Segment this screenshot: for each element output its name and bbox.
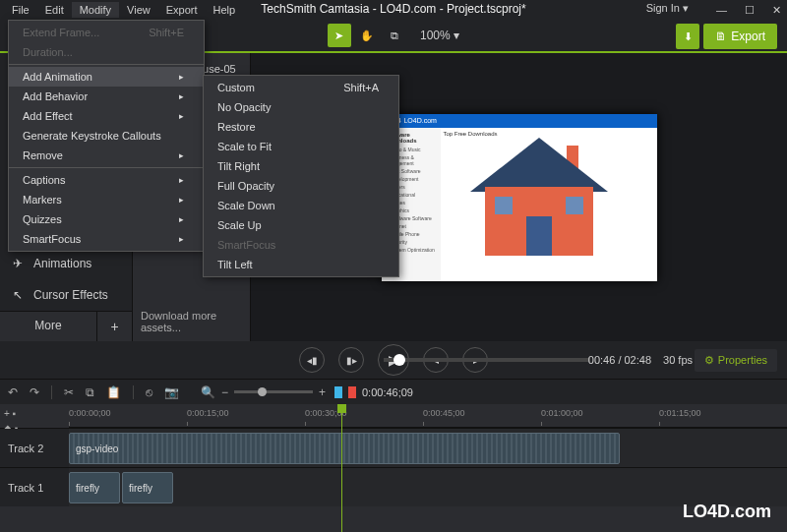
- sidebar-item-cursor-effects[interactable]: ↖ Cursor Effects: [0, 279, 132, 311]
- undo-icon[interactable]: ↶: [8, 385, 18, 399]
- timeline-toolbar: ↶ ↷ ✂ ⧉ 📋 ⎋ 📷 🔍 − + 0:00:46;09: [0, 379, 787, 404]
- track-add-icon[interactable]: + ▪: [4, 408, 65, 419]
- time-display: 00:46 / 02:48: [588, 354, 651, 366]
- scrub-knob[interactable]: [394, 354, 405, 366]
- menu-item[interactable]: Generate Keystroke Callouts: [9, 126, 204, 146]
- submenu-item[interactable]: Tilt Right: [204, 156, 398, 176]
- timecode-display: 0:00:46;09: [362, 386, 413, 398]
- clip-firefly-1[interactable]: firefly: [69, 472, 120, 503]
- menu-item: Extend Frame...Shift+E: [9, 23, 204, 42]
- sidebar-label: Cursor Effects: [33, 288, 108, 302]
- prev-clip-button[interactable]: ◂▮: [299, 347, 325, 373]
- track-1-content[interactable]: firefly firefly: [69, 468, 787, 506]
- add-animation-submenu: CustomShift+ANo OpacityRestoreScale to F…: [203, 75, 399, 277]
- menu-item[interactable]: SmartFocus▸: [9, 229, 204, 249]
- select-tool-icon[interactable]: ➤: [328, 24, 351, 47]
- pan-tool-icon[interactable]: ✋: [355, 24, 379, 47]
- zoom-knob[interactable]: [258, 387, 267, 396]
- menu-item[interactable]: Add Animation▸: [9, 67, 204, 87]
- zoom-slider[interactable]: [234, 390, 313, 393]
- transport-bar: ◂▮ ▮▸ ▶ ◂ ▸ 00:46 / 02:48 30 fps ⚙ Prope…: [0, 341, 787, 379]
- submenu-item[interactable]: Tilt Left: [204, 255, 398, 274]
- zoom-in-icon[interactable]: +: [319, 385, 326, 399]
- copy-icon[interactable]: ⧉: [86, 385, 94, 399]
- menu-item[interactable]: Add Behavior▸: [9, 87, 204, 106]
- crop-tool-icon[interactable]: ⧉: [383, 24, 406, 47]
- split-icon[interactable]: ⎋: [146, 385, 152, 399]
- menu-item[interactable]: Quizzes▸: [9, 209, 204, 229]
- close-icon[interactable]: ✕: [772, 4, 781, 17]
- download-assets-link[interactable]: Download more assets...: [133, 302, 250, 341]
- zoom-out-icon[interactable]: −: [221, 385, 228, 399]
- submenu-item[interactable]: Full Opacity: [204, 176, 398, 196]
- signin-dropdown[interactable]: Sign In ▾: [646, 2, 689, 15]
- window-controls: — ☐ ✕: [716, 0, 781, 20]
- menu-item[interactable]: Captions▸: [9, 170, 204, 190]
- ruler[interactable]: 0:00:00;000:00:15;000:00:30;000:00:45;00…: [69, 404, 787, 428]
- preview-logo-text: ⬇ LO4D.com: [396, 117, 437, 125]
- track-1-label[interactable]: Track 1: [0, 468, 69, 506]
- submenu-item[interactable]: Restore: [204, 117, 398, 137]
- zoom-fit-icon[interactable]: 🔍: [201, 385, 215, 399]
- track-2-content[interactable]: gsp-video: [69, 429, 787, 467]
- marker-in-icon[interactable]: [334, 386, 342, 398]
- fps-display[interactable]: 30 fps: [663, 354, 693, 366]
- submenu-item[interactable]: Scale Down: [204, 196, 398, 215]
- cut-icon[interactable]: ✂: [64, 385, 74, 399]
- watermark: LO4D.com: [683, 502, 771, 522]
- submenu-item[interactable]: Scale to Fit: [204, 137, 398, 156]
- maximize-icon[interactable]: ☐: [745, 4, 755, 17]
- screenshot-icon[interactable]: 📷: [164, 385, 179, 399]
- menu-item[interactable]: Add Effect▸: [9, 106, 204, 126]
- cursor-icon: ↖: [10, 287, 26, 303]
- scrub-bar[interactable]: [384, 358, 590, 362]
- playhead[interactable]: [341, 404, 342, 532]
- submenu-item[interactable]: No Opacity: [204, 97, 398, 117]
- paste-icon[interactable]: 📋: [106, 385, 121, 399]
- animations-icon: ✈: [10, 256, 26, 271]
- timeline: + ▪ ◆ ▪ 0:00:00;000:00:15;000:00:30;000:…: [0, 404, 787, 532]
- properties-button[interactable]: ⚙ Properties: [695, 349, 777, 372]
- menu-item[interactable]: Markers▸: [9, 190, 204, 209]
- more-button[interactable]: More: [0, 312, 96, 341]
- zoom-dropdown[interactable]: 100% ▾: [420, 29, 459, 42]
- menu-item: Duration...: [9, 42, 204, 62]
- redo-icon[interactable]: ↷: [30, 385, 39, 399]
- marker-out-icon[interactable]: [348, 386, 356, 398]
- house-illustration: [470, 138, 608, 256]
- step-back-button[interactable]: ▮▸: [338, 347, 364, 373]
- clip-gsp-video[interactable]: gsp-video: [69, 433, 620, 464]
- submenu-item: SmartFocus: [204, 235, 398, 255]
- menu-export[interactable]: Export: [158, 2, 206, 18]
- menu-file[interactable]: File: [4, 2, 37, 18]
- menu-edit[interactable]: Edit: [37, 2, 72, 18]
- track-2-label[interactable]: Track 2: [0, 429, 69, 467]
- minimize-icon[interactable]: —: [716, 4, 727, 16]
- sidebar-label: Animations: [33, 257, 91, 270]
- submenu-item[interactable]: CustomShift+A: [204, 78, 398, 97]
- submenu-item[interactable]: Scale Up: [204, 215, 398, 235]
- preview-frame: ⬇ LO4D.com Software Downloads ■ Audio & …: [382, 114, 657, 281]
- menu-help[interactable]: Help: [206, 2, 244, 18]
- clip-firefly-2[interactable]: firefly: [122, 472, 173, 503]
- menu-modify[interactable]: Modify: [72, 2, 119, 18]
- export-button[interactable]: 🗎 Export: [703, 24, 777, 49]
- menu-item[interactable]: Remove▸: [9, 146, 204, 165]
- menu-view[interactable]: View: [119, 2, 158, 18]
- sidebar-item-animations[interactable]: ✈ Animations: [0, 248, 132, 279]
- modify-menu-dropdown: Extend Frame...Shift+EDuration...Add Ani…: [8, 20, 205, 252]
- download-button-icon[interactable]: ⬇: [676, 24, 699, 49]
- add-button[interactable]: +: [96, 312, 132, 341]
